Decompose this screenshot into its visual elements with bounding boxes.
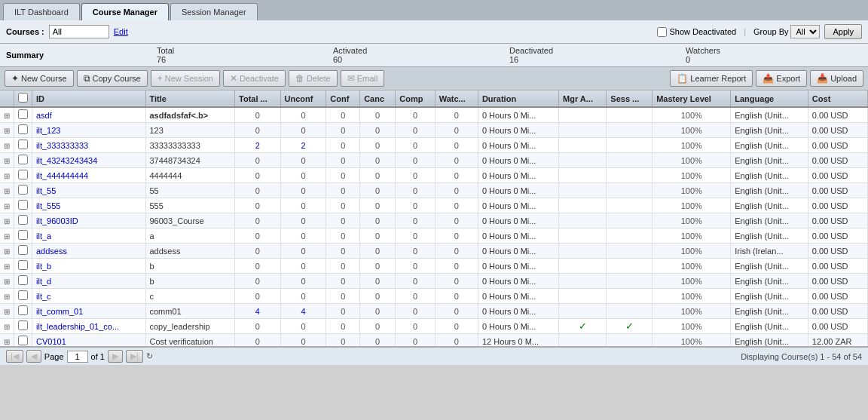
new-course-button[interactable]: ✦ New Course [5,70,74,87]
expand-icon[interactable]: ⊞ [4,338,10,346]
col-mgr[interactable]: Mgr A... [559,90,607,107]
refresh-icon[interactable]: ↻ [146,351,153,361]
expand-cell[interactable]: ⊞ [0,304,14,319]
upload-button[interactable]: 📥 Upload [810,70,863,87]
row-checkbox[interactable] [18,275,28,285]
expand-icon[interactable]: ⊞ [4,112,10,120]
expand-cell[interactable]: ⊞ [0,123,14,138]
delete-button[interactable]: 🗑 Delete [289,70,338,87]
expand-cell[interactable]: ⊞ [0,274,14,289]
copy-course-button[interactable]: ⧉ Copy Course [77,70,148,87]
expand-icon[interactable]: ⊞ [4,232,10,241]
prev-page-button[interactable]: ◀ [26,350,41,363]
row-checkbox[interactable] [18,245,28,255]
course-id-link[interactable]: ilt_leadership_01_co... [36,322,119,331]
row-checkbox[interactable] [18,260,28,270]
course-id-link[interactable]: ilt_333333333 [36,141,88,150]
check-cell[interactable] [14,183,32,198]
expand-icon[interactable]: ⊞ [4,293,10,301]
show-deactivated-checkbox[interactable] [657,27,667,37]
check-cell[interactable] [14,138,32,153]
course-id-link[interactable]: ilt_b [36,262,51,271]
expand-icon[interactable]: ⊞ [4,308,10,316]
expand-cell[interactable]: ⊞ [0,334,14,348]
col-language[interactable]: Language [731,90,808,107]
next-page-button[interactable]: ▶ [108,350,123,363]
row-checkbox[interactable] [18,139,28,149]
col-total[interactable]: Total ... [235,90,281,107]
check-cell[interactable] [14,274,32,289]
col-id[interactable]: ID [32,90,146,107]
expand-cell[interactable]: ⊞ [0,107,14,123]
check-cell[interactable] [14,334,32,348]
row-checkbox[interactable] [18,185,28,195]
col-duration[interactable]: Duration [478,90,558,107]
edit-link[interactable]: Edit [114,27,128,36]
total-link[interactable]: 4 [255,307,260,316]
expand-cell[interactable]: ⊞ [0,138,14,153]
course-id-link[interactable]: CV0101 [36,337,66,346]
col-title[interactable]: Title [145,90,235,107]
col-cost[interactable]: Cost [808,90,867,107]
expand-icon[interactable]: ⊞ [4,127,10,135]
row-checkbox[interactable] [18,200,28,210]
col-unconf[interactable]: Unconf [280,90,326,107]
check-cell[interactable] [14,319,32,334]
check-cell[interactable] [14,198,32,213]
expand-cell[interactable]: ⊞ [0,244,14,259]
first-page-button[interactable]: |◀ [6,350,23,363]
expand-cell[interactable]: ⊞ [0,183,14,198]
col-comp[interactable]: Comp [396,90,435,107]
expand-cell[interactable]: ⊞ [0,153,14,168]
unconf-link[interactable]: 4 [301,307,305,316]
expand-cell[interactable]: ⊞ [0,319,14,334]
expand-icon[interactable]: ⊞ [4,202,10,210]
deactivate-button[interactable]: ✕ Deactivate [223,70,286,87]
courses-table-container[interactable]: ID Title Total ... Unconf Conf Canc Comp… [0,90,868,347]
expand-icon[interactable]: ⊞ [4,277,10,286]
row-checkbox[interactable] [18,170,28,179]
row-checkbox[interactable] [18,320,28,330]
check-cell[interactable] [14,259,32,274]
col-watc[interactable]: Watc... [435,90,478,107]
expand-icon[interactable]: ⊞ [4,157,10,165]
row-checkbox[interactable] [18,305,28,315]
course-id-link[interactable]: ilt_c [36,292,51,301]
course-id-link[interactable]: ilt_555 [36,201,60,210]
row-checkbox[interactable] [18,215,28,225]
check-cell[interactable] [14,213,32,228]
expand-cell[interactable]: ⊞ [0,289,14,304]
check-cell[interactable] [14,228,32,244]
apply-button[interactable]: Apply [824,24,862,39]
col-mastery[interactable]: Mastery Level [653,90,731,107]
expand-icon[interactable]: ⊞ [4,172,10,180]
col-conf[interactable]: Conf [326,90,360,107]
row-checkbox[interactable] [18,290,28,300]
expand-icon[interactable]: ⊞ [4,247,10,256]
row-checkbox[interactable] [18,230,28,240]
email-button[interactable]: ✉ Email [341,70,385,87]
check-cell[interactable] [14,107,32,123]
course-id-link[interactable]: ilt_43243243434 [36,156,97,165]
new-session-button[interactable]: + New Session [151,70,220,87]
course-id-link[interactable]: ilt_55 [36,186,56,195]
learner-report-button[interactable]: 📋 Learner Report [670,70,753,87]
course-id-link[interactable]: ilt_123 [36,126,60,135]
expand-icon[interactable]: ⊞ [4,217,10,225]
check-cell[interactable] [14,244,32,259]
tab-session-manager[interactable]: Session Manager [170,3,258,20]
unconf-link[interactable]: 2 [301,141,305,150]
col-canc[interactable]: Canc [360,90,396,107]
expand-cell[interactable]: ⊞ [0,168,14,183]
course-id-link[interactable]: ilt_d [36,277,51,286]
expand-cell[interactable]: ⊞ [0,213,14,228]
check-cell[interactable] [14,289,32,304]
expand-cell[interactable]: ⊞ [0,259,14,274]
course-id-link[interactable]: ilt_96003ID [36,216,78,225]
expand-icon[interactable]: ⊞ [4,187,10,195]
check-cell[interactable] [14,168,32,183]
expand-cell[interactable]: ⊞ [0,198,14,213]
row-checkbox[interactable] [18,336,28,345]
expand-cell[interactable]: ⊞ [0,228,14,244]
last-page-button[interactable]: ▶| [126,350,143,363]
